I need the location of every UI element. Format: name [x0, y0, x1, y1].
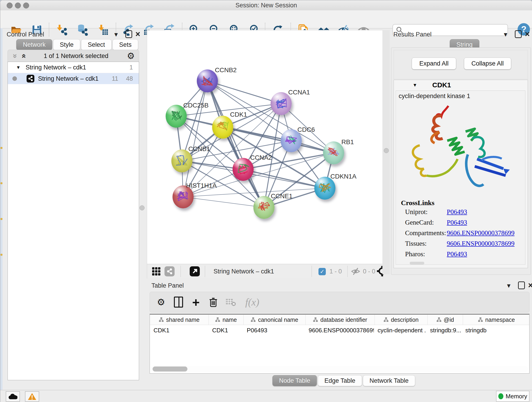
- table-delete-icon: [225, 298, 236, 307]
- network-node-CCNB1[interactable]: [171, 149, 192, 172]
- collapse-all-button[interactable]: Collapse All: [464, 57, 511, 70]
- column-header-namespace[interactable]: namespace: [463, 315, 530, 325]
- network-node-CCNA2[interactable]: [233, 158, 254, 181]
- table-cell[interactable]: stringdb: [462, 325, 528, 336]
- node-label-CDC25B: CDC25B: [183, 102, 209, 109]
- function-builder-disabled: f(x): [242, 296, 263, 308]
- tab-network-table[interactable]: Network Table: [363, 375, 415, 386]
- left-splitter-handle[interactable]: [139, 205, 145, 211]
- table-options-gear-button[interactable]: ⚙: [155, 296, 167, 308]
- column-header-label: name: [222, 317, 237, 323]
- ne-arrow-icon: [190, 266, 200, 276]
- tab-style[interactable]: Style: [53, 39, 80, 50]
- table-toolbar: ⚙ + f(x): [150, 292, 530, 313]
- protein-structure-thumbnail: [323, 141, 344, 164]
- hscrollbar-thumb[interactable]: [152, 366, 187, 371]
- control-panel: Control Panel ▾ × NetworkStyleSelectSets…: [2, 30, 145, 384]
- column-header-@id[interactable]: @id: [428, 315, 463, 325]
- table-cell[interactable]: cyclin-dependent ...: [374, 325, 426, 336]
- table-hscrollbar[interactable]: [151, 366, 528, 372]
- create-column-button[interactable]: +: [190, 296, 202, 308]
- table-panel-close-button[interactable]: ×: [528, 281, 532, 289]
- network-node-CDKN1A[interactable]: [314, 177, 336, 200]
- right-splitter-handle[interactable]: [384, 148, 389, 153]
- edge-CCNB2-HIST1H1A[interactable]: [183, 81, 207, 197]
- column-header-description[interactable]: description: [375, 315, 428, 325]
- network-collection-row[interactable]: ▼ String Network – cdk1 1: [8, 62, 139, 73]
- results-panel-float-button[interactable]: [515, 30, 522, 38]
- sliver-dot: [0, 254, 2, 256]
- column-header-label: namespace: [485, 317, 515, 323]
- delete-column-button[interactable]: [207, 296, 220, 308]
- tree-expander-icon[interactable]: ▼: [16, 65, 21, 70]
- network-share-button[interactable]: [165, 266, 175, 276]
- node-label-CDKN1A: CDKN1A: [330, 173, 356, 180]
- network-edges[interactable]: [147, 30, 383, 264]
- protein-section-header[interactable]: ▼ CDK1: [394, 80, 528, 90]
- results-panel-close-button[interactable]: ×: [525, 30, 530, 38]
- expand-all-button[interactable]: Expand All: [412, 57, 456, 70]
- tab-sets[interactable]: Sets: [113, 39, 138, 50]
- protein-name: CDK1: [432, 81, 451, 89]
- edge-CCNE1-HIST1H1A[interactable]: [183, 197, 264, 207]
- table-cell[interactable]: 9606.ENSP00000378699: [305, 325, 374, 336]
- table-cell[interactable]: CDK1: [209, 325, 243, 336]
- crosslink-link[interactable]: P06493: [447, 250, 467, 261]
- grid-view-button[interactable]: [151, 266, 161, 276]
- control-panel-float-button[interactable]: [125, 30, 132, 38]
- column-header-name[interactable]: name: [209, 315, 244, 325]
- tab-node-table[interactable]: Node Table: [272, 375, 317, 386]
- crosslink-link[interactable]: 9606.ENSP00000378699: [447, 229, 515, 240]
- hidden-counts: 0 - 0: [363, 264, 375, 279]
- network-node-RB1[interactable]: [323, 141, 344, 164]
- table-panel-menu-button[interactable]: ▾: [507, 281, 510, 289]
- table-cell[interactable]: P06493: [243, 325, 305, 336]
- tab-select[interactable]: Select: [81, 39, 112, 50]
- show-columns-button[interactable]: [172, 296, 185, 308]
- node-label-RB1: RB1: [341, 138, 354, 146]
- edge-CCNB2-CCNA1[interactable]: [207, 81, 281, 104]
- hidden-elements-button[interactable]: [351, 266, 361, 276]
- table-header-row: shared namenamecanonical namedatabase id…: [150, 315, 529, 325]
- crosslink-link[interactable]: 9606.ENSP00000378699: [447, 240, 515, 250]
- warning-status-button[interactable]: [25, 391, 39, 402]
- crosslink-link[interactable]: P06493: [447, 219, 467, 229]
- cloud-status-button[interactable]: [6, 391, 20, 402]
- node-label-CCNB2: CCNB2: [215, 66, 237, 74]
- column-header-database-identifier[interactable]: database identifier: [306, 315, 375, 325]
- memory-button[interactable]: Memory: [496, 391, 530, 402]
- expand-all-icon[interactable]: »: [19, 54, 27, 58]
- selected-checkbox[interactable]: ✓: [318, 268, 326, 275]
- column-header-label: shared name: [166, 317, 200, 323]
- network-type-icon: [27, 75, 34, 83]
- tab-edge-table[interactable]: Edge Table: [318, 375, 362, 386]
- protein-structure-thumbnail: [314, 177, 336, 200]
- selected-counts: 1 - 0: [329, 264, 342, 279]
- table-panel-float-button[interactable]: [518, 281, 525, 289]
- table-row[interactable]: CDK1CDK1P064939606.ENSP00000378699cyclin…: [150, 325, 529, 336]
- network-node-CDK1[interactable]: [212, 116, 233, 139]
- string-results-container: Expand All Collapse All ▼ CDK1 cyclin-de…: [391, 47, 531, 275]
- collection-count: 1: [129, 64, 133, 71]
- network-view-toolbar: String Network – cdk1 ✓ 1 - 0 0 - 0: [147, 264, 383, 279]
- results-panel-menu-button[interactable]: ▾: [504, 30, 507, 38]
- column-type-icon: [251, 317, 256, 322]
- section-expander-icon[interactable]: ▼: [413, 83, 417, 88]
- network-row-selected[interactable]: String Network – cdk1 11 48: [8, 73, 139, 84]
- application-window: Session: New Session: [0, 0, 532, 402]
- network-options-gear-button[interactable]: ⚙: [127, 51, 135, 61]
- table-cell[interactable]: stringdb:9...: [426, 325, 462, 336]
- table-cell[interactable]: CDK1: [150, 325, 209, 336]
- edge-CCNA2-CDKN1A[interactable]: [243, 169, 325, 188]
- control-panel-menu-button[interactable]: ▾: [114, 30, 118, 38]
- open-in-new-window-button[interactable]: [190, 266, 200, 276]
- column-type-icon: [313, 317, 318, 322]
- tab-network[interactable]: Network: [16, 39, 52, 50]
- column-header-canonical-name[interactable]: canonical name: [244, 315, 306, 325]
- column-header-shared-name[interactable]: shared name: [150, 315, 209, 325]
- crosslink-link[interactable]: P06493: [447, 208, 467, 219]
- control-panel-close-button[interactable]: ×: [135, 30, 140, 38]
- network-canvas[interactable]: CCNB2CCNA1CDC25BCDK1CDC6RB1CCNB1CCNA2CDK…: [147, 30, 383, 264]
- content-hscroll-thumb[interactable]: [410, 262, 424, 264]
- node-table[interactable]: shared namenamecanonical namedatabase id…: [150, 314, 530, 374]
